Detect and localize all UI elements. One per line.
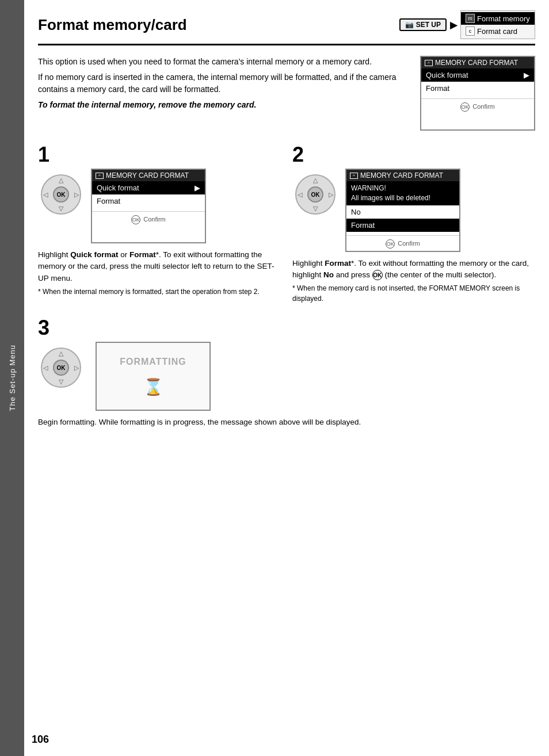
intro-screen-item-quickformat: Quick format ▶ [421,68,534,82]
step3-section: 3 OK △ ▽ ◁ ▷ FORMATTING ⌛ Begin formatti… [38,318,535,428]
dpad2-center: OK [307,186,323,203]
intro-text: This option is used when you need to for… [38,56,409,131]
step2-confirm-label: Confirm [398,240,420,247]
step2-screen-title: MEMORY CARD FORMAT [360,171,443,180]
step2-number: 2 [292,144,535,165]
format-card-label: Format card [477,27,517,36]
intro-bold-line: To format the internal memory, remove th… [38,99,409,111]
step2-screen-format: Format [346,219,459,232]
dpad1-down: ▽ [59,205,63,212]
dpad3-center: OK [53,360,69,376]
hourglass-icon: ⌛ [143,377,163,396]
sidebar-label: The Set-up Menu [8,345,17,411]
header-menu-box: m Format memory c Format card [460,10,535,39]
dpad3-down: ▽ [59,378,63,385]
step1-camera-screen: ^ MEMORY CARD FORMAT Quick format ▶ Form… [91,169,206,243]
header-menu-item-format-memory[interactable]: m Format memory [461,12,535,25]
format-memory-label: Format memory [477,14,530,23]
intro-screen-confirm: OK Confirm [421,98,534,114]
card-icon: c [466,26,475,36]
ok-circle-icon: OK [460,102,470,112]
memory-icon: m [466,14,475,23]
ok-circle-step2: OK [372,270,383,280]
setup-nav-row: 📷 SET UP ▶ m Format memory c Format card [399,10,535,39]
intro-screen-title-bar: ^ MEMORY CARD FORMAT [421,57,534,68]
page-title: Format memory/card [38,16,399,34]
formatting-label: FORMATTING [120,357,186,367]
step2-note: * When the memory card is not inserted, … [292,283,535,304]
setup-badge: 📷 SET UP [399,18,447,31]
step1-screen-confirm: OK Confirm [92,211,205,227]
step2-screen-titlebar: ^ MEMORY CARD FORMAT [346,170,459,181]
dpad2-right: ▷ [329,191,333,198]
step3-screen: FORMATTING ⌛ [96,342,211,411]
dpad3: OK △ ▽ ◁ ▷ [41,348,81,388]
step3-number: 3 [38,318,535,338]
step3-dpad: OK △ ▽ ◁ ▷ [38,342,84,394]
intro-confirm-label: Confirm [472,103,495,110]
step1-number: 1 [38,144,281,165]
intro-card-icon: ^ [425,60,433,66]
intro-para2: If no memory card is inserted in the cam… [38,71,409,96]
step2-desc: Highlight Format*. To exit without forma… [292,258,535,304]
dpad2-left: ◁ [298,191,302,198]
step1-content: OK △ ▽ ◁ ▷ ^ MEMORY CARD FORMAT Quick fo… [38,169,281,243]
header: Format memory/card 📷 SET UP ▶ m Format m… [38,10,535,45]
intro-camera-screen: ^ MEMORY CARD FORMAT Quick format ▶ Form… [420,56,535,131]
step1-screen-format: Format [92,194,205,208]
dpad3-right: ▷ [74,364,79,372]
step1-screen-quickformat: Quick format ▶ [92,181,205,194]
dpad3-up: △ [59,350,63,357]
camera-icon: 📷 [405,21,414,29]
step2-camera-screen: ^ MEMORY CARD FORMAT WARNING!All images … [345,169,460,252]
dpad1-right: ▷ [74,191,79,198]
step1-desc: Highlight Quick format or Format*. To ex… [38,249,281,297]
main-content: Format memory/card 📷 SET UP ▶ m Format m… [24,0,549,442]
header-right: 📷 SET UP ▶ m Format memory c Format card [399,10,535,39]
dpad3-left: ◁ [43,364,48,372]
step1-note: * When the internal memory is formatted,… [38,287,281,297]
intro-para1: This option is used when you need to for… [38,56,409,68]
step2-ok-icon: OK [386,239,395,249]
dpad2: OK △ ▽ ◁ ▷ [295,174,336,215]
dpad1-center: OK [53,186,69,203]
dpad2-down: ▽ [313,205,318,212]
step1-confirm-label: Confirm [143,216,166,223]
step3-desc: Begin formatting. While formatting is in… [38,417,535,428]
step2-screen-warning: WARNING!All images will be deleted! [346,181,459,205]
step1-screen-title: MEMORY CARD FORMAT [106,171,189,180]
dpad1-left: ◁ [43,191,48,198]
intro-screen-item-format: Format [421,82,534,95]
sidebar: The Set-up Menu [0,0,24,756]
header-menu-item-format-card[interactable]: c Format card [461,25,535,37]
dpad1: OK △ ▽ ◁ ▷ [41,174,81,215]
step1-screen-titlebar: ^ MEMORY CARD FORMAT [92,170,205,181]
step2-screen-no: No [346,205,459,219]
page-number: 106 [32,734,49,746]
steps-row: 1 OK △ ▽ ◁ ▷ ^ MEM [38,144,535,304]
step2-screen-confirm: OK Confirm [346,235,459,251]
step2-col: 2 OK △ ▽ ◁ ▷ ^ MEM [292,144,535,304]
step3-row: OK △ ▽ ◁ ▷ FORMATTING ⌛ [38,342,535,411]
dpad1-up: △ [59,177,63,184]
step1-card-icon: ^ [96,173,104,179]
step1-dpad: OK △ ▽ ◁ ▷ [38,169,84,220]
nav-arrow: ▶ [450,20,457,30]
dpad2-up: △ [313,177,318,184]
step2-card-icon: ^ [350,173,358,179]
intro-screen-title: MEMORY CARD FORMAT [435,59,518,67]
intro-section: This option is used when you need to for… [38,56,535,131]
setup-badge-label: SET UP [416,21,441,29]
step2-dpad: OK △ ▽ ◁ ▷ [292,169,338,220]
step1-ok-icon: OK [131,215,140,224]
step1-col: 1 OK △ ▽ ◁ ▷ ^ MEM [38,144,281,304]
step2-content: OK △ ▽ ◁ ▷ ^ MEMORY CARD FORMAT WARNING!… [292,169,535,252]
